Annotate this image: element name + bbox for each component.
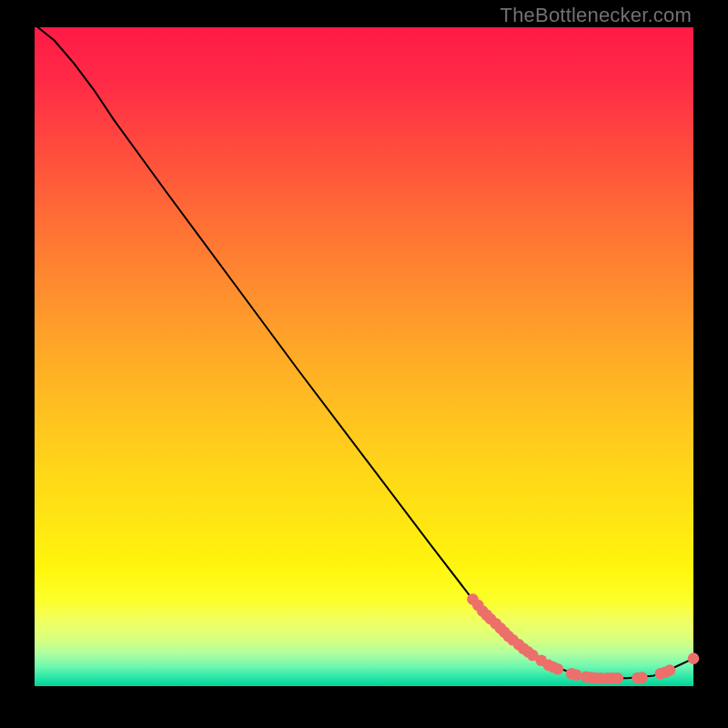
data-points-group	[467, 593, 699, 683]
data-point	[552, 663, 564, 675]
data-point	[664, 664, 676, 676]
watermark-text: TheBottlenecker.com	[500, 4, 692, 27]
main-curve	[38, 27, 693, 678]
heatmap-area	[35, 27, 693, 686]
chart-overlay-svg	[35, 27, 693, 686]
data-point	[612, 672, 623, 684]
data-point	[688, 652, 700, 664]
data-point	[571, 669, 582, 681]
data-point	[636, 672, 648, 683]
chart-frame: TheBottlenecker.com	[0, 0, 728, 728]
